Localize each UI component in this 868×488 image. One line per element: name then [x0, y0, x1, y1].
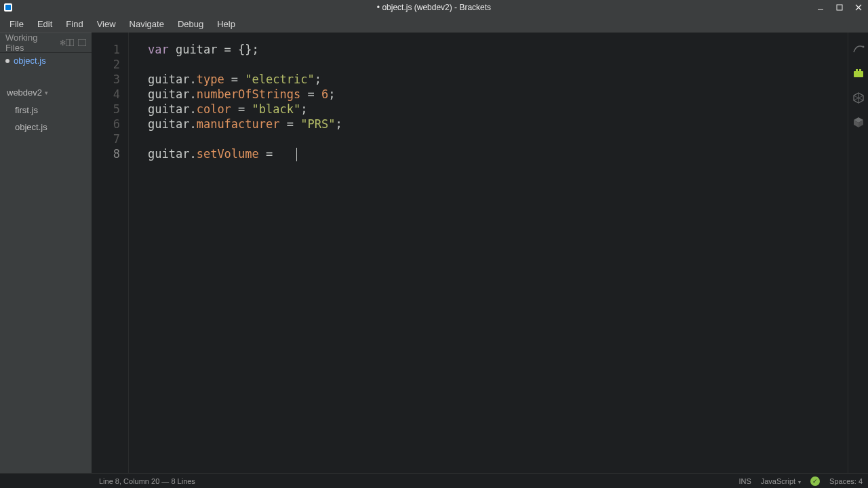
menu-navigate[interactable]: Navigate	[123, 16, 171, 32]
gear-icon[interactable]: ✻	[60, 39, 66, 47]
window-title: • object.js (webdev2) - Brackets	[0, 3, 868, 12]
titlebar: • object.js (webdev2) - Brackets	[0, 0, 868, 15]
project-dropdown[interactable]: webdev2 ▾	[0, 83, 92, 102]
menubar: FileEditFindViewNavigateDebugHelp	[0, 15, 868, 33]
working-files-header[interactable]: Working Files ✻	[0, 33, 92, 53]
cursor-position[interactable]: Line 8, Column 20 — 8 Lines	[99, 477, 195, 485]
line-number[interactable]: 6	[92, 117, 128, 131]
cube-outline-icon[interactable]	[852, 91, 865, 104]
project-name: webdev2	[7, 87, 42, 98]
chevron-down-icon: ▾	[798, 479, 801, 485]
gutter: 12345678	[92, 33, 129, 473]
line-number[interactable]: 5	[92, 102, 128, 117]
chevron-down-icon: ▾	[45, 89, 48, 96]
line-number[interactable]: 2	[92, 57, 128, 72]
menu-view[interactable]: View	[90, 16, 123, 32]
line-number[interactable]: 7	[92, 131, 128, 146]
language-label: JavaScript	[761, 477, 795, 485]
working-file[interactable]: object.js	[0, 53, 92, 68]
insert-mode[interactable]: INS	[738, 477, 751, 485]
file-name: object.js	[14, 56, 46, 66]
code-line[interactable]: guitar.type = "electric";	[148, 72, 848, 87]
working-files-label: Working Files	[5, 33, 58, 53]
project-files-list: first.jsobject.js	[0, 102, 92, 136]
code-line[interactable]: guitar.manufacturer = "PRS";	[148, 117, 848, 131]
text-cursor	[296, 148, 297, 161]
modified-dot-icon	[5, 59, 9, 63]
cube-icon[interactable]	[852, 115, 865, 129]
split-panel-icon[interactable]	[66, 39, 74, 46]
project-file[interactable]: first.js	[0, 102, 92, 119]
linting-status-icon[interactable]: ✓	[810, 476, 820, 486]
line-number[interactable]: 3	[92, 72, 128, 87]
code-line[interactable]: var guitar = {};	[148, 42, 848, 57]
panel-icon[interactable]	[78, 39, 86, 46]
menu-help[interactable]: Help	[210, 16, 242, 32]
svg-point-9	[862, 46, 864, 48]
main: Working Files ✻ object.js webdev2 ▾ firs…	[0, 33, 868, 473]
menu-file[interactable]: File	[3, 16, 31, 32]
sidebar: Working Files ✻ object.js webdev2 ▾ firs…	[0, 33, 92, 473]
code-area[interactable]: var guitar = {};guitar.type = "electric"…	[129, 33, 848, 473]
extension-manager-icon[interactable]	[852, 66, 865, 80]
menu-debug[interactable]: Debug	[171, 16, 210, 32]
language-mode[interactable]: JavaScript▾	[761, 477, 801, 485]
live-preview-icon[interactable]	[852, 42, 865, 56]
indent-setting[interactable]: Spaces: 4	[829, 477, 863, 485]
line-number[interactable]: 1	[92, 42, 128, 57]
working-files-list: object.js	[0, 53, 92, 68]
code-line[interactable]: guitar.numberOfStrings = 6;	[148, 87, 848, 102]
code-line[interactable]: guitar.color = "black";	[148, 102, 848, 117]
editor[interactable]: 12345678 var guitar = {};guitar.type = "…	[92, 33, 848, 473]
code-line[interactable]	[148, 57, 848, 72]
menu-find[interactable]: Find	[59, 16, 90, 32]
svg-rect-12	[859, 69, 861, 71]
svg-rect-11	[856, 69, 858, 71]
line-number[interactable]: 8	[92, 146, 128, 161]
right-toolbar	[848, 33, 868, 473]
code-line[interactable]	[148, 131, 848, 146]
menu-edit[interactable]: Edit	[31, 16, 59, 32]
code-line[interactable]: guitar.setVolume =	[148, 146, 848, 161]
project-file[interactable]: object.js	[0, 119, 92, 136]
svg-rect-8	[78, 39, 86, 46]
svg-rect-10	[854, 71, 863, 77]
line-number[interactable]: 4	[92, 87, 128, 102]
statusbar: Line 8, Column 20 — 8 Lines INS JavaScri…	[0, 473, 868, 488]
